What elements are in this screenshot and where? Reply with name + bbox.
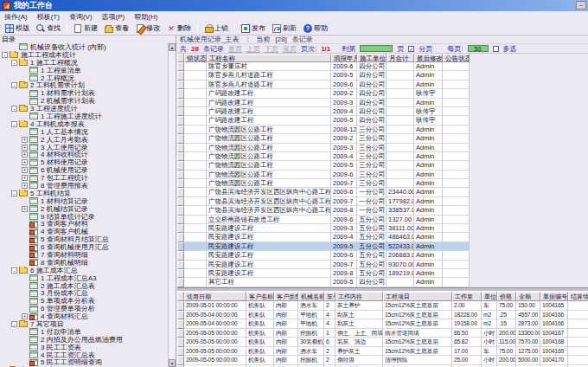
table-row[interactable]: 2009-05-01 00:00:00机务队内部洒水车2灰土养护15cm12%灰… — [177, 301, 588, 311]
tree-item[interactable]: 1 材料需求计划表 — [0, 89, 168, 97]
row-selector[interactable] — [177, 126, 184, 134]
row-selector[interactable] — [177, 89, 184, 98]
table-row[interactable]: 陈官乡董庄村2009-6四分公司Admin — [177, 62, 470, 71]
table-row[interactable]: 广饶物流园区公路工程2009-4三分公司Admin — [177, 152, 470, 161]
row-selector[interactable] — [177, 62, 184, 71]
table-row[interactable]: 民安路建设工程2009-5五分公司522433.00Admin — [177, 242, 470, 251]
column-header[interactable]: 最后修改 — [414, 54, 443, 62]
tree-item[interactable]: +8 管理费用报表 — [0, 182, 168, 190]
tree-item[interactable]: 1 工程成本汇总A3 — [0, 274, 168, 282]
column-header[interactable]: 工作内容 — [336, 292, 383, 301]
expand-icon[interactable]: + — [22, 206, 28, 212]
expand-icon[interactable]: + — [22, 137, 28, 143]
row-selector[interactable] — [177, 152, 184, 161]
column-header[interactable]: 机械名称 — [298, 292, 324, 301]
table-row[interactable]: 民安路建设工程2009-6五分公司206883.00Admin — [177, 251, 470, 260]
new-button[interactable]: 新建 — [70, 23, 101, 34]
column-header[interactable]: 施工单位 — [357, 54, 387, 62]
publish-button[interactable]: 发布 — [238, 23, 269, 34]
table-row[interactable]: 陈官乡燕儿村道路工程2009-6四分公司Admin — [177, 80, 470, 89]
tree-item[interactable]: 6 管理费单项分析 — [0, 305, 168, 312]
tree-item[interactable]: 5 查询材料月结算汇总 — [0, 235, 168, 243]
tree-item[interactable]: 机械设备收入统计 (内部) — [0, 43, 168, 51]
row-selector[interactable] — [177, 144, 184, 152]
table-row[interactable]: 民安路建设工程2009-3五分公司38111.00Admin — [177, 224, 470, 233]
tree-item[interactable]: -3 工程进度统计 — [0, 105, 168, 113]
menu-item[interactable]: 帮助(H) — [134, 12, 157, 22]
goto-page-input[interactable] — [360, 45, 393, 52]
row-selector[interactable] — [177, 71, 184, 80]
table-row[interactable]: 广饶县滨海经济开发区西区纵向中心路工程2009-6一分公司23440.00Adm… — [177, 188, 470, 196]
table-row[interactable]: 广饶物流园区公路工程2009-2三分公司Admin — [177, 134, 470, 143]
refresh-button[interactable]: 刷新 — [269, 23, 300, 34]
table-row[interactable]: 2009-05-05 00:00:00机务队内部挖掘机2倒垃圾清理拆除25.00… — [177, 356, 588, 365]
table-row[interactable]: 其它工程2009-5四分公司Admin — [177, 278, 470, 287]
search-button[interactable]: 查找 — [33, 23, 64, 34]
table-row[interactable]: 广饶县滨海经济开发区西区纵向中心路工程2009-8一分公司338537.00Ad… — [177, 206, 470, 215]
table-row[interactable]: 陈官乡燕儿村道路工程2009-5四分公司Admin — [177, 71, 470, 80]
row-selector[interactable] — [177, 188, 184, 196]
table-row[interactable]: 民安路建设工程2009-7五分公司93070.00Admin — [177, 261, 470, 269]
collapse-icon[interactable]: - — [11, 121, 17, 127]
row-selector[interactable] — [177, 179, 184, 188]
tree-item[interactable]: 9 结算单统计记录 — [0, 213, 168, 221]
tree-item[interactable]: 2 施工成本汇总表 — [0, 282, 168, 290]
expand-icon[interactable]: + — [22, 183, 28, 189]
table-row[interactable]: 2009-05-05 00:00:00机务队内部挖掘机1倒土、上土、回填雨水管道… — [177, 329, 588, 338]
row-selector[interactable] — [177, 311, 184, 320]
column-header[interactable]: 工作量 — [452, 292, 482, 301]
tree-item[interactable]: 1 材料结算记录 — [0, 197, 168, 205]
scroll-up-icon[interactable]: ▲ — [169, 43, 176, 51]
tree-item[interactable]: 1 人工基本情况 — [0, 128, 168, 136]
tree-item[interactable]: +2 机械结算记录 — [0, 205, 168, 213]
table-row[interactable]: 民安路建设工程2009-8五分公司189219.00Admin — [177, 269, 470, 278]
column-header[interactable]: 月合计 — [387, 54, 414, 62]
paging-checkbox[interactable] — [408, 46, 414, 52]
tree-item[interactable]: 7 查询材料明细 — [0, 251, 168, 259]
column-header[interactable]: 公告状态 — [443, 54, 470, 62]
tree-item[interactable]: +4 材料收料统计 — [0, 151, 168, 158]
column-header[interactable]: 金额 — [516, 292, 540, 301]
lock-button[interactable]: 上锁 — [201, 23, 232, 34]
row-selector[interactable] — [177, 224, 184, 233]
tree-item[interactable]: 2 内招及办公用品燃油费用 — [0, 336, 168, 344]
row-selector[interactable] — [177, 278, 184, 287]
tree-item[interactable]: +6 机械使用记录 — [0, 166, 168, 174]
table-row[interactable]: 广码路改建工程2009-4四分公司耿传宇 — [177, 107, 470, 116]
tree-item[interactable]: +5 材料使用记录 — [0, 158, 168, 166]
tree-item[interactable]: 3 民工工资表 — [0, 344, 168, 351]
row-selector[interactable] — [177, 347, 184, 357]
row-selector[interactable] — [177, 99, 184, 107]
menu-item[interactable]: 查询(V) — [69, 12, 93, 22]
collapse-icon[interactable]: - — [11, 321, 17, 327]
tree-item[interactable]: 8 查询机械明细 — [0, 259, 168, 267]
table-row[interactable]: 广饶物流园区公路工程2009-3三分公司Admin — [177, 144, 470, 152]
row-selector[interactable] — [177, 242, 184, 251]
first-page-link[interactable]: 首页 — [228, 44, 242, 54]
multi-select-checkbox[interactable] — [493, 46, 499, 52]
row-selector[interactable] — [177, 80, 184, 89]
expand-icon[interactable]: + — [22, 313, 28, 319]
column-header[interactable]: 价格 — [497, 292, 516, 301]
collapse-icon[interactable]: - — [11, 267, 17, 274]
column-header[interactable]: 单据编号 — [540, 292, 568, 301]
tree-item[interactable]: 1 工程施工进度统计 — [0, 113, 168, 120]
expand-icon[interactable]: + — [22, 175, 28, 181]
row-selector[interactable] — [177, 216, 184, 224]
row-selector[interactable] — [177, 329, 184, 338]
open-button[interactable]: 查看 — [101, 23, 132, 34]
tree-item[interactable]: -6 施工成本汇总 — [0, 267, 168, 274]
tree-item[interactable]: 3 月份成本汇总 — [0, 290, 168, 298]
row-selector[interactable] — [177, 107, 184, 116]
tree-item[interactable]: 5 单项成本分析表 — [0, 297, 168, 305]
tree-item[interactable]: +2 人工月考勤表 — [0, 136, 168, 144]
table-row[interactable]: 广饶物流园区公路工程2009-7三分公司Admin — [177, 179, 470, 188]
tree-item[interactable]: 1 付款申清单 — [0, 328, 168, 336]
tree-item[interactable]: +3 人工使用记录 — [0, 144, 168, 151]
tree-item[interactable]: 2 工程概况 — [0, 74, 168, 82]
column-header[interactable]: 工程项目 — [383, 292, 452, 301]
table-row[interactable]: 广饶物流园区公路工程2009-5三分公司Admin — [177, 161, 470, 170]
tree-item[interactable]: -4 工料机成本报表 — [0, 120, 168, 128]
table-row[interactable]: 立交桥南路铺石改造工程2009-6五分公司1327.00Admin — [177, 216, 470, 224]
row-selector[interactable] — [177, 134, 184, 143]
